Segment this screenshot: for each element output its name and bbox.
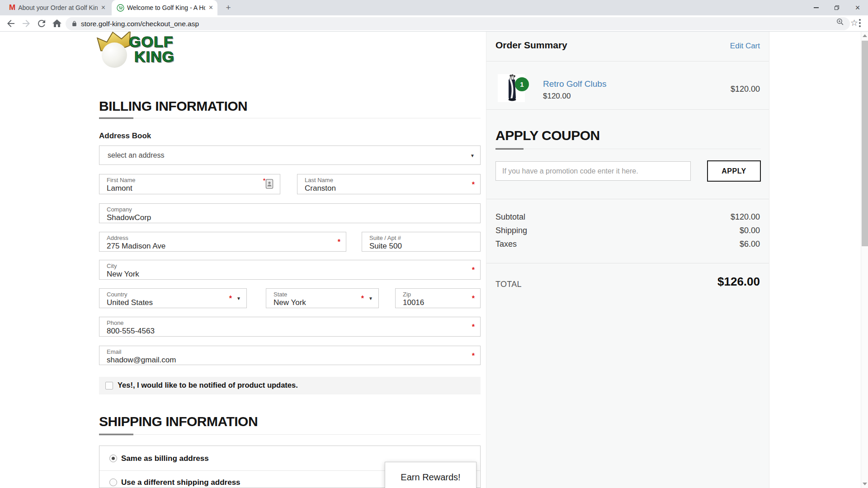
taxes-value: $6.00 — [740, 239, 760, 249]
required-asterisk: * — [229, 295, 232, 303]
dropdown-arrow-icon: ▼ — [368, 296, 373, 301]
first-name-field[interactable]: First Name * — [99, 174, 280, 194]
email-field[interactable]: Email * — [99, 346, 481, 365]
restore-button[interactable] — [826, 0, 847, 15]
field-label: Last Name — [305, 177, 333, 183]
field-label: Email — [107, 348, 122, 355]
field-label: Phone — [107, 319, 124, 326]
scroll-up-arrow-icon[interactable] — [863, 34, 867, 37]
notify-checkbox[interactable] — [105, 382, 113, 389]
coupon-input[interactable] — [496, 162, 690, 180]
required-asterisk: * — [472, 295, 475, 303]
required-asterisk: * — [472, 323, 475, 331]
browser-window: M About your Order at Golf King - H × We… — [0, 0, 868, 488]
earn-rewards-label: Earn Rewards! — [401, 472, 460, 482]
minimize-button[interactable] — [806, 0, 826, 15]
gmail-icon: M — [9, 3, 15, 12]
logo-line2: KING — [134, 49, 175, 64]
dropdown-arrow-icon: ▼ — [470, 153, 475, 158]
scroll-down-arrow-icon[interactable] — [863, 483, 867, 485]
close-icon[interactable]: × — [208, 4, 217, 12]
order-summary-panel: Order Summary Edit Cart 1 Retro Golf Clu… — [486, 32, 769, 488]
address-book-label: Address Book — [99, 131, 151, 141]
dropdown-arrow-icon: ▼ — [236, 296, 241, 301]
phone-input[interactable] — [107, 327, 465, 336]
phone-field[interactable]: Phone * — [99, 317, 481, 337]
address-book-select[interactable]: select an address ▼ — [99, 145, 481, 165]
scrollbar[interactable] — [861, 32, 868, 488]
email-input[interactable] — [107, 356, 465, 365]
suite-input[interactable] — [369, 242, 465, 251]
city-field[interactable]: City * — [99, 260, 481, 280]
bookmark-star-icon[interactable]: ☆ — [850, 18, 858, 28]
field-label: City — [107, 263, 117, 269]
order-summary-title: Order Summary — [495, 40, 567, 51]
zip-input[interactable] — [403, 298, 465, 307]
field-label: Company — [107, 206, 132, 213]
field-label: State — [274, 291, 287, 298]
shipping-value: $0.00 — [740, 226, 760, 235]
line-total: $120.00 — [731, 84, 760, 94]
required-asterisk: * — [472, 180, 475, 188]
edit-cart-link[interactable]: Edit Cart — [730, 42, 760, 51]
autofill-contact-icon[interactable]: * — [265, 178, 276, 190]
close-window-button[interactable]: × — [847, 0, 868, 15]
minimize-icon — [814, 7, 819, 8]
company-input[interactable] — [107, 213, 465, 222]
notify-label: Yes!, I would like to be notified of pro… — [118, 381, 298, 389]
shipping-heading: SHIPPING INFORMATION — [99, 414, 258, 429]
new-tab-button[interactable]: + — [223, 3, 233, 13]
radio-different-address[interactable] — [109, 479, 117, 486]
apply-button[interactable]: APPLY — [707, 160, 761, 182]
required-asterisk: * — [338, 238, 340, 246]
scrollbar-thumb[interactable] — [862, 41, 868, 246]
subtotal-value: $120.00 — [731, 212, 760, 222]
address-input[interactable] — [107, 242, 330, 251]
product-price: $120.00 — [543, 92, 571, 101]
home-icon[interactable] — [52, 18, 62, 29]
golf-king-logo[interactable]: GOLF KING — [99, 33, 203, 71]
divider — [486, 199, 769, 199]
reload-icon[interactable] — [36, 18, 47, 29]
state-select[interactable]: State New York * ▼ — [266, 288, 379, 308]
required-asterisk: * — [472, 352, 475, 360]
close-icon[interactable]: × — [100, 4, 110, 12]
divider — [486, 61, 769, 61]
radio-same-as-billing[interactable] — [109, 455, 117, 462]
tab-gmail[interactable]: M About your Order at Golf King - H × — [5, 0, 110, 15]
city-input[interactable] — [107, 270, 465, 279]
earn-rewards-popup[interactable]: Earn Rewards! — [385, 462, 476, 488]
field-label: First Name — [107, 177, 136, 183]
apply-coupon-heading: APPLY COUPON — [495, 128, 600, 143]
product-link[interactable]: Retro Golf Clubs — [543, 79, 606, 89]
menu-dots-icon[interactable] — [859, 19, 861, 28]
suite-field[interactable]: Suite / Apt # — [362, 232, 481, 252]
total-label: TOTAL — [495, 280, 522, 289]
last-name-field[interactable]: Last Name * — [297, 174, 481, 194]
quantity-badge: 1 — [515, 77, 529, 91]
state-value: New York — [274, 298, 306, 307]
tab-title: About your Order at Golf King - H — [18, 4, 97, 11]
cart-icon — [117, 4, 124, 12]
zoom-icon[interactable] — [836, 18, 844, 26]
address-field[interactable]: Address * — [99, 232, 346, 252]
page-content: GOLF KING BILLING INFORMATION Address Bo… — [0, 32, 861, 488]
first-name-input[interactable] — [107, 184, 264, 193]
zip-field[interactable]: Zip * — [395, 288, 481, 308]
close-icon: × — [855, 4, 860, 12]
country-value: United States — [107, 298, 153, 307]
country-select[interactable]: Country United States * ▼ — [99, 288, 247, 308]
heading-rule — [99, 434, 481, 435]
tab-golf-king[interactable]: Welcome to Golf King - A Hole In × — [112, 0, 217, 15]
radio-label: Use a different shipping address — [121, 478, 241, 487]
company-field[interactable]: Company — [99, 203, 481, 223]
forward-icon[interactable] — [21, 18, 32, 29]
url-bar[interactable]: store.golf-king.com/checkout_one.asp — [66, 17, 850, 30]
last-name-input[interactable] — [305, 184, 465, 193]
back-icon[interactable] — [5, 18, 16, 29]
divider — [486, 109, 769, 110]
golf-ball — [102, 42, 127, 68]
shipping-label: Shipping — [495, 226, 527, 235]
field-label: Country — [107, 291, 127, 298]
heading-rule — [99, 118, 481, 118]
